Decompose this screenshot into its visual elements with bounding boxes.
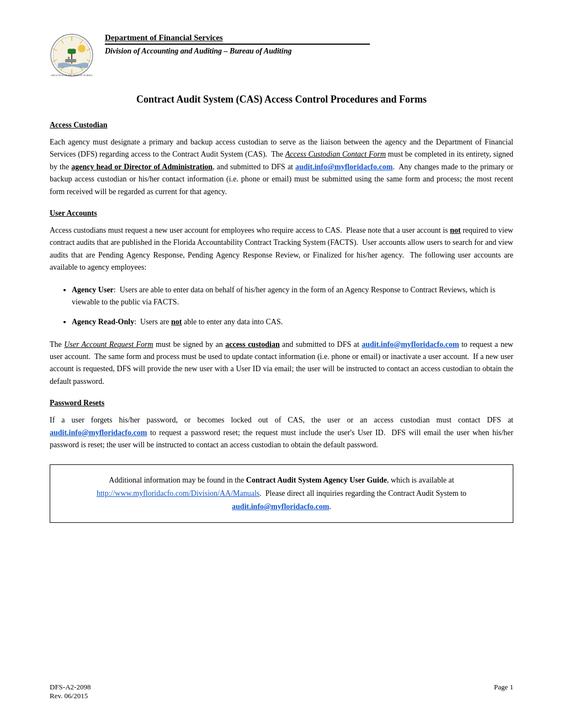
user-accounts-heading: User Accounts bbox=[50, 209, 513, 218]
info-box: Additional information may be found in t… bbox=[50, 464, 513, 522]
email-link-4[interactable]: audit.info@myfloridacfo.com bbox=[232, 502, 329, 511]
not-required-text: not bbox=[450, 226, 460, 234]
password-resets-heading: Password Resets bbox=[50, 399, 513, 408]
not-able-text: not bbox=[171, 318, 182, 326]
manuals-link[interactable]: http://www.myfloridacfo.com/Division/AA/… bbox=[97, 489, 259, 497]
agency-head-text: agency head or Director of Administratio… bbox=[71, 163, 213, 171]
user-accounts-paragraph2: The User Account Request Form must be si… bbox=[50, 339, 513, 388]
access-custodian-heading: Access Custodian bbox=[50, 121, 513, 130]
form-number: DFS-A2-2098 bbox=[50, 683, 91, 692]
page-title: Contract Audit System (CAS) Access Contr… bbox=[50, 94, 513, 105]
division-name: Division of Accounting and Auditing – Bu… bbox=[105, 47, 370, 56]
state-seal-logo: GREAT SEAL OF THE STATE OF FLORIDA bbox=[50, 33, 94, 77]
info-box-text-end: . bbox=[329, 502, 331, 511]
agency-read-only-label: Agency Read-Only bbox=[72, 318, 134, 326]
user-account-request-form-link: User Account Request Form bbox=[64, 340, 153, 349]
header-text-block: Department of Financial Services Divisio… bbox=[105, 33, 370, 56]
user-accounts-paragraph1: Access custodians must request a new use… bbox=[50, 224, 513, 274]
svg-point-18 bbox=[78, 45, 86, 52]
info-box-text-middle: , which is available at bbox=[387, 476, 454, 484]
password-resets-section: Password Resets If a user forgets his/he… bbox=[50, 399, 513, 451]
revision: Rev. 06/2015 bbox=[50, 692, 91, 700]
department-name: Department of Financial Services bbox=[105, 33, 370, 45]
email-link-2[interactable]: audit.info@myfloridacfo.com bbox=[362, 340, 459, 349]
user-accounts-section: User Accounts Access custodians must req… bbox=[50, 209, 513, 388]
header: GREAT SEAL OF THE STATE OF FLORIDA Depar… bbox=[50, 33, 513, 77]
info-box-text-after: . Please direct all inquiries regarding … bbox=[259, 489, 466, 497]
access-custodian-text: access custodian bbox=[225, 340, 280, 349]
page: GREAT SEAL OF THE STATE OF FLORIDA Depar… bbox=[0, 0, 563, 728]
email-link-1[interactable]: audit.info@myfloridacfo.com bbox=[295, 163, 392, 171]
svg-rect-17 bbox=[68, 57, 70, 60]
svg-text:GREAT SEAL OF THE STATE OF FLO: GREAT SEAL OF THE STATE OF FLORIDA bbox=[51, 74, 93, 77]
agency-user-label: Agency User bbox=[72, 286, 114, 294]
access-custodian-form-link: Access Custodian Contact Form bbox=[285, 150, 386, 158]
svg-point-15 bbox=[68, 49, 75, 52]
password-resets-paragraph: If a user forgets his/her password, or b… bbox=[50, 414, 513, 451]
access-custodian-paragraph: Each agency must designate a primary and… bbox=[50, 136, 513, 198]
footer: DFS-A2-2098 Rev. 06/2015 Page 1 bbox=[50, 683, 513, 700]
svg-rect-16 bbox=[65, 59, 76, 62]
info-box-text-before: Additional information may be found in t… bbox=[109, 476, 246, 484]
email-link-3[interactable]: audit.info@myfloridacfo.com bbox=[50, 429, 147, 437]
access-custodian-section: Access Custodian Each agency must design… bbox=[50, 121, 513, 198]
user-guide-title: Contract Audit System Agency User Guide bbox=[246, 476, 387, 484]
agency-user-bullet: Agency User: Users are able to enter dat… bbox=[72, 284, 513, 309]
page-number: Page 1 bbox=[494, 683, 513, 700]
user-account-types-list: Agency User: Users are able to enter dat… bbox=[72, 284, 513, 329]
agency-read-only-bullet: Agency Read-Only: Users are not able to … bbox=[72, 316, 513, 328]
footer-left: DFS-A2-2098 Rev. 06/2015 bbox=[50, 683, 91, 700]
